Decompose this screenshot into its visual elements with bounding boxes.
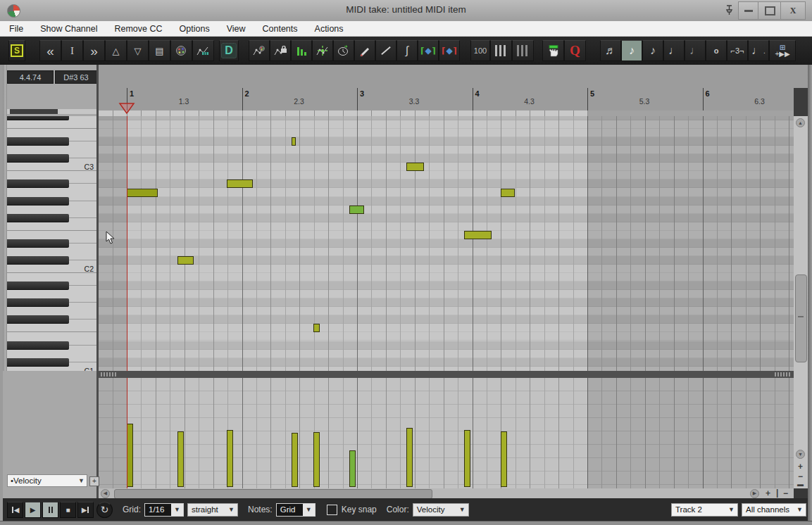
toolbar-button-move-points[interactable]	[312, 40, 333, 61]
piano-key-e2[interactable]	[7, 231, 96, 239]
toolbar-button-note-len-8[interactable]: ♪	[621, 40, 642, 61]
toolbar-button-dock-editor[interactable]: D	[219, 40, 239, 61]
splitter-grip-left[interactable]	[101, 372, 118, 377]
notes-length-select[interactable]: Grid ▼	[276, 503, 316, 517]
midi-note-a2[interactable]	[127, 189, 158, 197]
toolbar-button-hand-scroll[interactable]	[542, 40, 564, 61]
toolbar-button-nav-next[interactable]: »	[83, 40, 105, 61]
piano-key-cs2[interactable]	[7, 256, 96, 265]
velocity-bar[interactable]	[313, 432, 320, 487]
black-key[interactable]	[7, 358, 69, 367]
black-key[interactable]	[7, 315, 69, 324]
repeat-button[interactable]: ↻	[96, 502, 113, 518]
piano-key-ds3[interactable]	[7, 137, 96, 146]
toolbar-button-source-s[interactable]: S	[8, 40, 25, 61]
velocity-bar[interactable]	[349, 450, 356, 487]
menu-item-remove-cc[interactable]: Remove CC	[114, 24, 162, 34]
play-button[interactable]: ▶	[25, 502, 41, 518]
vertical-scrollbar[interactable]: ▲ ▼ + − ▬	[794, 116, 808, 488]
velocity-bar[interactable]	[292, 433, 298, 487]
piano-key-f3[interactable]	[7, 120, 96, 129]
piano-key-c2[interactable]: C2	[7, 265, 96, 273]
toolbar-button-grid-dense[interactable]	[490, 40, 512, 61]
menu-item-view[interactable]: View	[227, 24, 246, 34]
toolbar-button-note-len-16[interactable]: ♬	[600, 40, 621, 61]
title-bar[interactable]: MIDI take: untitled MIDI item X	[0, 0, 812, 21]
toolbar-button-edit-cursor-tool[interactable]: I	[61, 40, 83, 61]
black-key[interactable]	[7, 341, 69, 350]
black-key[interactable]	[7, 256, 69, 265]
track-select[interactable]: Track 2 ▼	[671, 503, 738, 517]
minimize-button[interactable]	[738, 1, 759, 20]
timeline-ruler[interactable]: 1234561.32.33.34.35.36.3	[99, 65, 794, 116]
keyboard-zoom-thumb[interactable]	[10, 109, 58, 114]
toolbar-button-time-tool[interactable]	[333, 40, 354, 61]
velocity-bar[interactable]	[227, 430, 233, 487]
piano-key-as1[interactable]	[7, 282, 96, 290]
piano-key-a1[interactable]	[7, 290, 96, 298]
midi-note-ds3[interactable]	[292, 137, 296, 146]
scroll-up-icon[interactable]: ▲	[796, 118, 805, 127]
piano-key-fs2[interactable]	[7, 214, 96, 222]
close-button[interactable]: X	[780, 1, 806, 20]
piano-keyboard[interactable]: C3C2C1	[7, 116, 96, 371]
piano-key-d1[interactable]	[7, 350, 96, 358]
horizontal-scroll-thumb[interactable]	[114, 489, 432, 499]
piano-key-ds1[interactable]	[7, 341, 96, 350]
toolbar-button-note-len-4[interactable]: ♩	[663, 40, 685, 61]
key-snap-checkbox[interactable]	[327, 505, 337, 515]
toolbar-button-note-len-dotted[interactable]: ♩.	[748, 40, 769, 61]
black-key[interactable]	[7, 179, 69, 188]
cc-lane-selector[interactable]: •Velocity ▼	[7, 474, 87, 487]
piano-key-e3[interactable]	[7, 129, 96, 137]
scroll-right-icon[interactable]: ▶	[750, 489, 759, 498]
keyboard-zoom-scrollbar[interactable]	[7, 109, 96, 114]
toolbar-button-note-len-2[interactable]: ♩	[685, 40, 706, 61]
stop-button[interactable]: ■	[60, 502, 76, 518]
piano-key-ds2[interactable]	[7, 239, 96, 248]
piano-key-d2[interactable]	[7, 248, 96, 256]
black-key[interactable]	[7, 214, 69, 222]
midi-note-g2[interactable]	[349, 205, 364, 214]
color-mode-select[interactable]: Velocity ▼	[413, 503, 469, 517]
splitter-grip-right[interactable]	[775, 372, 792, 377]
black-key[interactable]	[7, 239, 69, 248]
black-key[interactable]	[7, 137, 69, 146]
toolbar-button-curve-tool[interactable]: ∫	[396, 40, 418, 61]
toolbar-button-select-green[interactable]: ⌈◆⌉	[418, 40, 439, 61]
piano-key-b1[interactable]	[7, 273, 96, 282]
velocity-bar[interactable]	[464, 430, 470, 487]
toolbar-button-envelope-color[interactable]	[249, 40, 270, 61]
piano-key-gs2[interactable]	[7, 197, 96, 205]
toolbar-button-draw-tool[interactable]	[354, 40, 375, 61]
velocity-bar[interactable]	[177, 431, 184, 487]
piano-key-b2[interactable]	[7, 171, 96, 179]
black-key[interactable]	[7, 298, 69, 307]
toolbar-button-line-tool[interactable]	[375, 40, 396, 61]
toolbar-button-nav-prev[interactable]: «	[39, 40, 61, 61]
piano-key-e1[interactable]	[7, 332, 96, 341]
add-cc-lane-button[interactable]: +	[89, 476, 99, 486]
toolbar-button-lock-points[interactable]	[270, 40, 291, 61]
edit-cursor-marker[interactable]	[119, 103, 135, 114]
piano-key-c3[interactable]: C3	[7, 163, 96, 171]
toolbar-button-quantize[interactable]: Q	[564, 40, 586, 61]
toolbar-button-event-list[interactable]: ▤	[149, 40, 170, 61]
horizontal-scrollbar[interactable]: ◀ ▶ + | −	[99, 488, 794, 498]
menu-item-show-channel[interactable]: Show Channel	[40, 24, 97, 34]
pause-button[interactable]	[42, 502, 58, 518]
piano-key-cs3[interactable]	[7, 154, 96, 163]
toolbar-button-note-len-grid[interactable]: ⊞+▶▶	[769, 40, 796, 61]
toolbar-button-note-len-1[interactable]: o	[706, 40, 727, 61]
toolbar-button-velocity-stalks[interactable]	[291, 40, 312, 61]
piano-key-f2[interactable]	[7, 222, 96, 231]
vzoom-fit-icon[interactable]: ▬	[797, 480, 804, 488]
midi-note-f1[interactable]	[313, 324, 320, 332]
menu-item-actions[interactable]: Actions	[315, 24, 344, 34]
piano-key-fs1[interactable]	[7, 315, 96, 324]
vertical-scroll-thumb[interactable]	[795, 274, 807, 362]
piano-key-g2[interactable]	[7, 205, 96, 214]
pin-icon[interactable]	[720, 1, 738, 18]
grid-size-select[interactable]: 1/16 ▼	[144, 503, 184, 517]
piano-key-d3[interactable]	[7, 146, 96, 154]
